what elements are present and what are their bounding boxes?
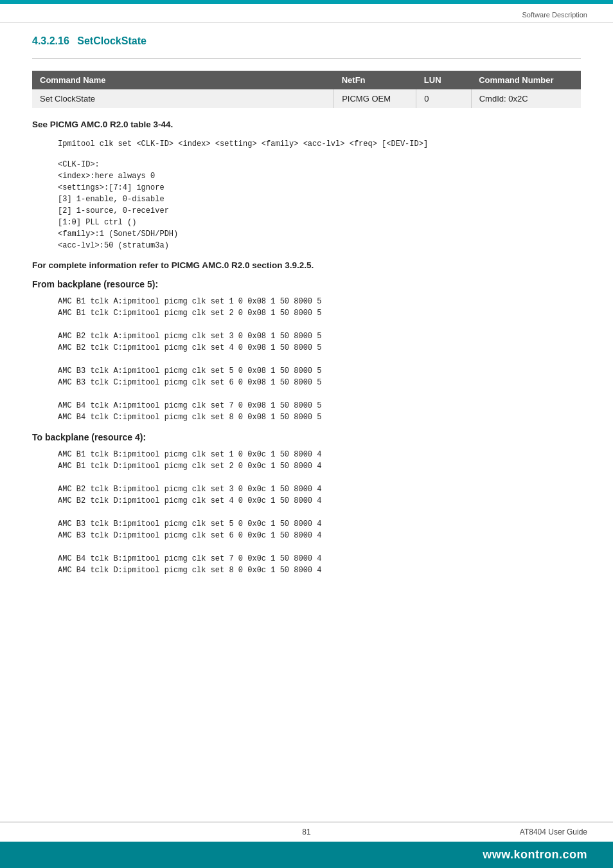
page-footer: 81 AT8404 User Guide bbox=[0, 822, 613, 842]
para-2: For complete information refer to PICMG … bbox=[32, 260, 581, 270]
cell-name: Set ClockState bbox=[32, 89, 334, 108]
code-block-1: Ipmitool clk set <CLK-ID> <index> <setti… bbox=[58, 138, 581, 150]
table-header-row: Command Name NetFn LUN Command Number bbox=[32, 71, 581, 89]
header-subtitle: Software Description bbox=[522, 11, 588, 19]
section-heading: 4.3.2.16 SetClockState bbox=[32, 35, 581, 47]
col-header-cmdnum: Command Number bbox=[471, 71, 581, 89]
code-block-3: AMC B1 tclk A:ipmitool picmg clk set 1 0… bbox=[58, 296, 581, 423]
col-header-lun: LUN bbox=[416, 71, 471, 89]
footer-right: AT8404 User Guide bbox=[400, 827, 587, 836]
table-row: Set ClockState PICMG OEM 0 CmdId: 0x2C bbox=[32, 89, 581, 108]
section-title: SetClockState bbox=[77, 35, 147, 46]
col-header-name: Command Name bbox=[32, 71, 334, 89]
command-table: Command Name NetFn LUN Command Number Se… bbox=[32, 71, 581, 108]
cell-netfn: PICMG OEM bbox=[334, 89, 416, 108]
divider bbox=[32, 59, 581, 59]
para-1: See PICMG AMC.0 R2.0 table 3-44. bbox=[32, 120, 581, 129]
sub-heading-2: To backplane (resource 4): bbox=[32, 432, 581, 442]
code-block-2: <CLK-ID>: <index>:here always 0 <setting… bbox=[58, 159, 581, 251]
sub-heading-1: From backplane (resource 5): bbox=[32, 279, 581, 289]
code-block-4: AMC B1 tclk B:ipmitool picmg clk set 1 0… bbox=[58, 449, 581, 576]
page-wrapper: Software Description 4.3.2.16 SetClockSt… bbox=[0, 0, 613, 868]
bottom-bar: www.kontron.com bbox=[0, 842, 613, 868]
cell-lun: 0 bbox=[416, 89, 471, 108]
main-content: 4.3.2.16 SetClockState Command Name NetF… bbox=[0, 23, 613, 822]
website-url: www.kontron.com bbox=[483, 848, 587, 861]
page-number: 81 bbox=[213, 827, 400, 836]
col-header-netfn: NetFn bbox=[334, 71, 416, 89]
cell-cmdnum: CmdId: 0x2C bbox=[471, 89, 581, 108]
page-header: Software Description bbox=[0, 4, 613, 23]
section-number: 4.3.2.16 bbox=[32, 35, 69, 46]
